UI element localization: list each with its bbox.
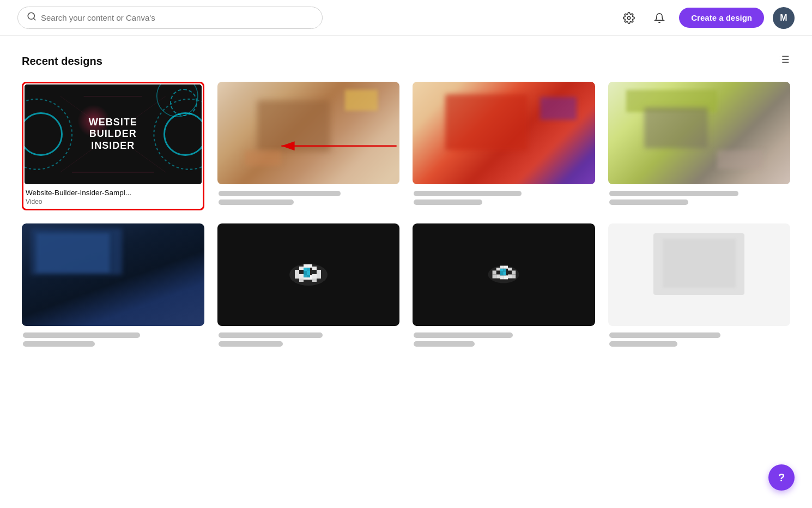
svg-rect-57 <box>503 271 506 275</box>
svg-rect-50 <box>500 275 504 279</box>
main-content: Recent designs <box>0 36 812 368</box>
header: Create a design M <box>0 0 812 36</box>
designs-grid: WEBSITEBUILDERINSIDER Website-Builder-In… <box>22 82 790 210</box>
search-icon <box>27 11 37 24</box>
svg-rect-39 <box>304 275 307 277</box>
notifications-button[interactable] <box>649 7 670 29</box>
svg-rect-22 <box>299 267 304 270</box>
card-info-8 <box>608 326 791 351</box>
svg-rect-56 <box>500 271 503 275</box>
section-header: Recent designs <box>22 53 790 69</box>
card-thumbnail-4 <box>608 82 791 184</box>
type-bar-5 <box>23 341 95 347</box>
design-card-3[interactable] <box>413 82 595 210</box>
design-card-6[interactable] <box>217 223 400 351</box>
card-title-wbi: Website-Builder-Insider-Sampl... <box>26 189 201 197</box>
title-bar-2 <box>219 191 341 196</box>
svg-rect-24 <box>308 264 312 268</box>
settings-button[interactable] <box>618 7 640 29</box>
card-info-6 <box>217 326 400 351</box>
svg-rect-40 <box>307 275 310 277</box>
header-right: Create a design M <box>618 7 795 29</box>
svg-point-9 <box>25 99 72 170</box>
type-bar-7 <box>414 341 475 347</box>
card-info-wbi: Website-Builder-Insider-Sampl... Video <box>25 184 202 208</box>
type-bar-2 <box>219 199 294 205</box>
svg-rect-21 <box>295 270 299 274</box>
card-type-wbi: Video <box>26 198 201 205</box>
design-card-8[interactable] <box>608 223 791 351</box>
svg-rect-23 <box>304 264 308 268</box>
title-bar-8 <box>609 332 721 338</box>
card-thumbnail-2 <box>217 82 400 184</box>
svg-rect-43 <box>496 268 500 270</box>
svg-rect-35 <box>304 268 307 271</box>
create-design-button[interactable]: Create a design <box>679 8 764 28</box>
avatar[interactable]: M <box>773 7 795 29</box>
svg-rect-28 <box>299 274 304 279</box>
card-info-4 <box>608 184 791 209</box>
svg-rect-37 <box>304 271 307 275</box>
svg-rect-38 <box>307 271 310 275</box>
svg-rect-54 <box>500 269 503 271</box>
wbi-text: WEBSITEBUILDERINSIDER <box>89 117 137 152</box>
title-bar-5 <box>23 332 140 338</box>
search-bar[interactable] <box>17 7 323 29</box>
title-bar-6 <box>219 332 323 338</box>
card-thumbnail-5 <box>22 223 204 326</box>
svg-line-1 <box>33 18 35 20</box>
svg-rect-36 <box>307 268 310 271</box>
svg-rect-42 <box>493 270 496 274</box>
title-bar-4 <box>609 191 739 196</box>
svg-rect-53 <box>512 275 516 279</box>
svg-rect-31 <box>312 274 317 279</box>
card-thumbnail-8 <box>608 223 791 326</box>
title-bar-3 <box>414 191 522 196</box>
svg-rect-25 <box>312 267 317 270</box>
card-thumbnail-3 <box>413 82 595 184</box>
svg-rect-44 <box>500 266 504 269</box>
svg-rect-51 <box>504 275 508 279</box>
card-info-3 <box>413 184 595 209</box>
svg-rect-52 <box>508 275 512 279</box>
eye-design-7 <box>413 223 595 326</box>
type-bar-8 <box>609 341 678 347</box>
svg-point-11 <box>157 84 198 117</box>
svg-rect-32 <box>317 274 321 279</box>
svg-point-10 <box>154 99 201 170</box>
type-bar-6 <box>219 341 283 347</box>
card-info-5 <box>22 326 204 351</box>
designs-grid-row2 <box>22 223 790 351</box>
svg-rect-48 <box>493 275 496 279</box>
svg-rect-26 <box>317 270 321 274</box>
type-bar-4 <box>609 199 688 205</box>
title-bar-7 <box>414 332 513 338</box>
svg-rect-49 <box>496 275 500 279</box>
svg-rect-55 <box>503 269 506 271</box>
type-bar-3 <box>414 199 482 205</box>
design-card-wbi[interactable]: WEBSITEBUILDERINSIDER Website-Builder-In… <box>22 82 204 210</box>
svg-rect-33 <box>299 279 304 282</box>
card-info-7 <box>413 326 595 351</box>
section-title: Recent designs <box>22 55 102 68</box>
card-thumbnail-6 <box>217 223 400 326</box>
design-card-4[interactable] <box>608 82 791 210</box>
svg-rect-34 <box>312 279 317 282</box>
wbi-thumbnail: WEBSITEBUILDERINSIDER <box>25 84 202 184</box>
svg-rect-46 <box>508 268 512 270</box>
svg-point-2 <box>628 16 631 20</box>
search-input[interactable] <box>41 13 313 22</box>
svg-rect-47 <box>512 270 516 274</box>
eye-design-6 <box>217 223 400 326</box>
card-thumbnail-7 <box>413 223 595 326</box>
svg-rect-27 <box>295 274 299 279</box>
design-card-5[interactable] <box>22 223 204 351</box>
card-info-2 <box>217 184 400 209</box>
design-card-2[interactable] <box>217 82 400 210</box>
view-toggle-button[interactable] <box>778 53 790 69</box>
svg-rect-45 <box>504 266 508 269</box>
design-card-7[interactable] <box>413 223 595 351</box>
